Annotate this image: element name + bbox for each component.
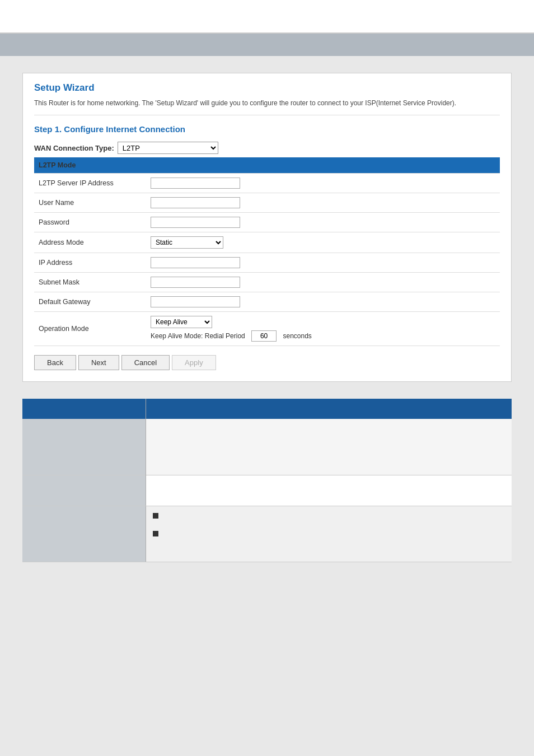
bottom-left-3: [22, 506, 146, 562]
apply-button: Apply: [172, 355, 216, 370]
l2tp-mode-header-row: L2TP Mode: [34, 157, 500, 174]
step-title: Step 1. Configure Internet Connection: [34, 124, 500, 134]
operation-mode-row: Operation Mode Keep Alive Connect on Dem…: [34, 312, 500, 346]
bullet-square-1: [153, 513, 158, 519]
address-mode-label: Address Mode: [34, 232, 146, 253]
operation-mode-label: Operation Mode: [34, 312, 146, 346]
wizard-title: Setup Wizard: [34, 82, 500, 94]
redial-period-input[interactable]: [251, 330, 277, 342]
username-input[interactable]: [151, 197, 240, 208]
subnet-mask-row: Subnet Mask: [34, 273, 500, 292]
bottom-content-row-1: [22, 419, 512, 475]
username-row: User Name: [34, 193, 500, 213]
bottom-right-1: [146, 419, 512, 475]
subnet-mask-label: Subnet Mask: [34, 273, 146, 292]
keep-alive-select[interactable]: Keep Alive Connect on Demand Manual: [151, 316, 212, 328]
l2tp-server-row: L2TP Server IP Address: [34, 174, 500, 193]
default-gateway-label: Default Gateway: [34, 292, 146, 312]
ip-address-input[interactable]: [151, 257, 240, 268]
operation-mode-cell: Keep Alive Connect on Demand Manual Keep…: [151, 316, 495, 342]
default-gateway-row: Default Gateway: [34, 292, 500, 312]
address-mode-row: Address Mode Static Dynamic: [34, 232, 500, 253]
cancel-button[interactable]: Cancel: [121, 355, 170, 370]
l2tp-form-table: L2TP Mode L2TP Server IP Address User Na…: [34, 157, 500, 346]
redial-prefix: Keep Alive Mode: Redial Period: [151, 332, 245, 340]
ip-address-row: IP Address: [34, 253, 500, 273]
bottom-section: [22, 399, 512, 562]
bottom-content-row-3: [22, 506, 512, 562]
page-wrapper: Setup Wizard This Router is for home net…: [0, 67, 534, 573]
password-row: Password: [34, 213, 500, 232]
bottom-left-2: [22, 475, 146, 506]
bottom-content-row-2: [22, 475, 512, 506]
l2tp-mode-header: L2TP Mode: [34, 157, 500, 174]
bullet-square-2: [153, 531, 158, 536]
bottom-right-3: [146, 506, 512, 562]
bottom-header-right: [146, 399, 512, 419]
wan-type-row: WAN Connection Type: L2TP PPPoE PPTP Dyn…: [34, 142, 500, 154]
bullet-item-2: [146, 524, 512, 542]
top-bar: [0, 0, 534, 34]
subnet-mask-input[interactable]: [151, 277, 240, 288]
wan-type-label: WAN Connection Type:: [34, 144, 114, 152]
next-button[interactable]: Next: [78, 355, 119, 370]
address-mode-select[interactable]: Static Dynamic: [151, 236, 223, 249]
wizard-card: Setup Wizard This Router is for home net…: [22, 73, 512, 382]
redial-suffix: senconds: [283, 332, 311, 340]
bottom-info-table: [22, 399, 512, 562]
l2tp-server-input[interactable]: [151, 178, 240, 189]
button-row: Back Next Cancel Apply: [34, 355, 500, 370]
header-band: [0, 34, 534, 56]
ip-address-label: IP Address: [34, 253, 146, 273]
password-label: Password: [34, 213, 146, 232]
l2tp-server-label: L2TP Server IP Address: [34, 174, 146, 193]
keep-alive-row: Keep Alive Connect on Demand Manual: [151, 316, 495, 328]
bottom-header-left: [22, 399, 146, 419]
password-input[interactable]: [151, 217, 240, 228]
bottom-right-2: [146, 475, 512, 506]
redial-row: Keep Alive Mode: Redial Period senconds: [151, 330, 495, 342]
bottom-header-row: [22, 399, 512, 419]
username-label: User Name: [34, 193, 146, 213]
wizard-description: This Router is for home networking. The …: [34, 99, 500, 115]
wan-type-select[interactable]: L2TP PPPoE PPTP Dynamic IP Static IP: [118, 142, 218, 154]
back-button[interactable]: Back: [34, 355, 76, 370]
default-gateway-input[interactable]: [151, 296, 240, 307]
bottom-left-1: [22, 419, 146, 475]
bullet-item-1: [146, 506, 512, 524]
